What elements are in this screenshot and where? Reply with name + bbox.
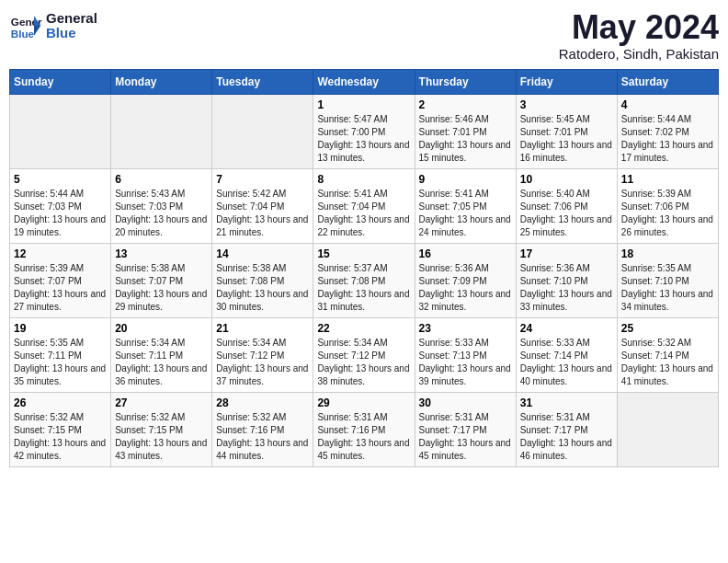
title-block: May 2024 Ratodero, Sindh, Pakistan	[559, 9, 719, 62]
day-number: 5	[14, 173, 107, 186]
calendar-cell: 28Sunrise: 5:32 AMSunset: 7:16 PMDayligh…	[212, 392, 313, 466]
day-info: Sunrise: 5:32 AMSunset: 7:16 PMDaylight:…	[216, 411, 309, 463]
day-info: Sunrise: 5:33 AMSunset: 7:13 PMDaylight:…	[419, 337, 512, 388]
day-info: Sunrise: 5:44 AMSunset: 7:03 PMDaylight:…	[14, 188, 107, 239]
calendar-cell: 2Sunrise: 5:46 AMSunset: 7:01 PMDaylight…	[415, 94, 516, 168]
day-info: Sunrise: 5:36 AMSunset: 7:10 PMDaylight:…	[520, 262, 613, 314]
calendar-cell: 21Sunrise: 5:34 AMSunset: 7:12 PMDayligh…	[212, 317, 313, 392]
day-number: 18	[621, 247, 714, 260]
calendar-cell: 12Sunrise: 5:39 AMSunset: 7:07 PMDayligh…	[10, 243, 111, 317]
day-info: Sunrise: 5:31 AMSunset: 7:17 PMDaylight:…	[520, 411, 613, 463]
day-number: 4	[621, 98, 714, 111]
day-number: 24	[520, 322, 613, 335]
calendar-cell: 22Sunrise: 5:34 AMSunset: 7:12 PMDayligh…	[313, 317, 415, 392]
week-row-2: 5Sunrise: 5:44 AMSunset: 7:03 PMDaylight…	[10, 168, 719, 243]
calendar-cell: 31Sunrise: 5:31 AMSunset: 7:17 PMDayligh…	[516, 392, 617, 466]
weekday-header-saturday: Saturday	[617, 69, 718, 94]
day-info: Sunrise: 5:35 AMSunset: 7:10 PMDaylight:…	[621, 262, 714, 314]
day-info: Sunrise: 5:47 AMSunset: 7:00 PMDaylight:…	[317, 113, 410, 165]
day-info: Sunrise: 5:40 AMSunset: 7:06 PMDaylight:…	[520, 188, 613, 239]
calendar-cell: 17Sunrise: 5:36 AMSunset: 7:10 PMDayligh…	[516, 243, 617, 317]
calendar-cell: 5Sunrise: 5:44 AMSunset: 7:03 PMDaylight…	[10, 168, 111, 243]
calendar-cell: 27Sunrise: 5:32 AMSunset: 7:15 PMDayligh…	[111, 392, 212, 466]
page-header: General Blue General Blue May 2024 Ratod…	[9, 9, 719, 62]
day-number: 1	[317, 98, 410, 111]
calendar-cell: 16Sunrise: 5:36 AMSunset: 7:09 PMDayligh…	[415, 243, 516, 317]
calendar-cell: 1Sunrise: 5:47 AMSunset: 7:00 PMDaylight…	[313, 94, 415, 168]
calendar-table: SundayMondayTuesdayWednesdayThursdayFrid…	[9, 69, 719, 467]
weekday-header-tuesday: Tuesday	[212, 69, 313, 94]
day-info: Sunrise: 5:39 AMSunset: 7:07 PMDaylight:…	[14, 262, 107, 314]
day-number: 16	[419, 247, 512, 260]
day-info: Sunrise: 5:33 AMSunset: 7:14 PMDaylight:…	[520, 337, 613, 388]
calendar-cell: 24Sunrise: 5:33 AMSunset: 7:14 PMDayligh…	[516, 317, 617, 392]
calendar-cell: 14Sunrise: 5:38 AMSunset: 7:08 PMDayligh…	[212, 243, 313, 317]
calendar-cell: 19Sunrise: 5:35 AMSunset: 7:11 PMDayligh…	[10, 317, 111, 392]
day-number: 17	[520, 247, 613, 260]
calendar-body: 1Sunrise: 5:47 AMSunset: 7:00 PMDaylight…	[10, 94, 719, 466]
day-number: 11	[621, 173, 714, 186]
calendar-cell: 25Sunrise: 5:32 AMSunset: 7:14 PMDayligh…	[617, 317, 718, 392]
svg-text:Blue: Blue	[11, 28, 35, 40]
weekday-header-wednesday: Wednesday	[313, 69, 415, 94]
day-number: 26	[14, 396, 107, 409]
day-number: 8	[317, 173, 410, 186]
day-info: Sunrise: 5:34 AMSunset: 7:12 PMDaylight:…	[216, 337, 309, 388]
day-info: Sunrise: 5:38 AMSunset: 7:08 PMDaylight:…	[216, 262, 309, 314]
day-number: 20	[115, 322, 208, 335]
day-number: 31	[520, 396, 613, 409]
calendar-cell: 4Sunrise: 5:44 AMSunset: 7:02 PMDaylight…	[617, 94, 718, 168]
logo: General Blue General Blue	[9, 9, 97, 42]
calendar-cell: 13Sunrise: 5:38 AMSunset: 7:07 PMDayligh…	[111, 243, 212, 317]
weekday-header-sunday: Sunday	[10, 69, 111, 94]
weekday-header-row: SundayMondayTuesdayWednesdayThursdayFrid…	[10, 69, 719, 94]
location: Ratodero, Sindh, Pakistan	[559, 46, 719, 62]
day-info: Sunrise: 5:32 AMSunset: 7:14 PMDaylight:…	[621, 337, 714, 388]
calendar-cell	[111, 94, 212, 168]
day-number: 22	[317, 322, 410, 335]
day-number: 13	[115, 247, 208, 260]
day-number: 12	[14, 247, 107, 260]
day-info: Sunrise: 5:31 AMSunset: 7:16 PMDaylight:…	[317, 411, 410, 463]
day-info: Sunrise: 5:31 AMSunset: 7:17 PMDaylight:…	[419, 411, 512, 463]
day-number: 25	[621, 322, 714, 335]
day-info: Sunrise: 5:32 AMSunset: 7:15 PMDaylight:…	[14, 411, 107, 463]
day-number: 2	[419, 98, 512, 111]
day-number: 21	[216, 322, 309, 335]
calendar-cell: 26Sunrise: 5:32 AMSunset: 7:15 PMDayligh…	[10, 392, 111, 466]
calendar-cell	[10, 94, 111, 168]
day-number: 3	[520, 98, 613, 111]
day-info: Sunrise: 5:43 AMSunset: 7:03 PMDaylight:…	[115, 188, 208, 239]
week-row-4: 19Sunrise: 5:35 AMSunset: 7:11 PMDayligh…	[10, 317, 719, 392]
day-info: Sunrise: 5:32 AMSunset: 7:15 PMDaylight:…	[115, 411, 208, 463]
day-number: 30	[419, 396, 512, 409]
day-number: 6	[115, 173, 208, 186]
day-info: Sunrise: 5:36 AMSunset: 7:09 PMDaylight:…	[419, 262, 512, 314]
calendar-cell: 8Sunrise: 5:41 AMSunset: 7:04 PMDaylight…	[313, 168, 415, 243]
calendar-cell	[617, 392, 718, 466]
calendar-cell: 3Sunrise: 5:45 AMSunset: 7:01 PMDaylight…	[516, 94, 617, 168]
week-row-3: 12Sunrise: 5:39 AMSunset: 7:07 PMDayligh…	[10, 243, 719, 317]
calendar-cell: 6Sunrise: 5:43 AMSunset: 7:03 PMDaylight…	[111, 168, 212, 243]
calendar-cell: 29Sunrise: 5:31 AMSunset: 7:16 PMDayligh…	[313, 392, 415, 466]
calendar-cell: 30Sunrise: 5:31 AMSunset: 7:17 PMDayligh…	[415, 392, 516, 466]
calendar-cell	[212, 94, 313, 168]
calendar-cell: 10Sunrise: 5:40 AMSunset: 7:06 PMDayligh…	[516, 168, 617, 243]
day-number: 23	[419, 322, 512, 335]
day-number: 7	[216, 173, 309, 186]
weekday-header-thursday: Thursday	[415, 69, 516, 94]
day-info: Sunrise: 5:41 AMSunset: 7:04 PMDaylight:…	[317, 188, 410, 239]
day-number: 15	[317, 247, 410, 260]
logo-general: General	[46, 11, 97, 27]
day-info: Sunrise: 5:41 AMSunset: 7:05 PMDaylight:…	[419, 188, 512, 239]
month-title: May 2024	[559, 9, 719, 46]
day-number: 19	[14, 322, 107, 335]
calendar-cell: 23Sunrise: 5:33 AMSunset: 7:13 PMDayligh…	[415, 317, 516, 392]
day-info: Sunrise: 5:34 AMSunset: 7:12 PMDaylight:…	[317, 337, 410, 388]
calendar-cell: 18Sunrise: 5:35 AMSunset: 7:10 PMDayligh…	[617, 243, 718, 317]
weekday-header-friday: Friday	[516, 69, 617, 94]
day-info: Sunrise: 5:45 AMSunset: 7:01 PMDaylight:…	[520, 113, 613, 165]
day-info: Sunrise: 5:44 AMSunset: 7:02 PMDaylight:…	[621, 113, 714, 165]
day-info: Sunrise: 5:38 AMSunset: 7:07 PMDaylight:…	[115, 262, 208, 314]
calendar-cell: 11Sunrise: 5:39 AMSunset: 7:06 PMDayligh…	[617, 168, 718, 243]
